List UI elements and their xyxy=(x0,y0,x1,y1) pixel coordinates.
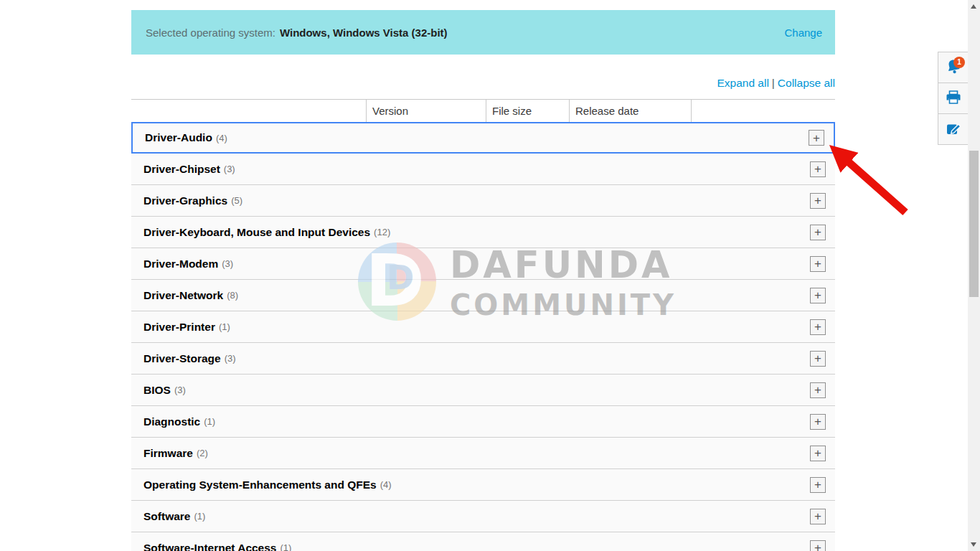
expand-row-button[interactable]: + xyxy=(810,319,826,335)
expand-row-button[interactable]: + xyxy=(810,193,826,209)
print-button[interactable] xyxy=(938,83,969,114)
expand-row-button[interactable]: + xyxy=(810,382,826,398)
category-label: Operating System-Enhancements and QFEs xyxy=(143,479,377,491)
driver-category-row[interactable]: Driver-Modem (3) + xyxy=(131,248,835,280)
notification-badge: 1 xyxy=(953,57,965,68)
os-banner-label: Selected operating system: xyxy=(146,27,275,39)
driver-category-row[interactable]: BIOS (3) + xyxy=(131,375,835,406)
driver-category-row[interactable]: Driver-Keyboard, Mouse and Input Devices… xyxy=(131,217,835,248)
category-label: Software xyxy=(143,510,190,523)
driver-category-row[interactable]: Software-Internet Access (1) + xyxy=(131,532,835,551)
category-label: Software-Internet Access xyxy=(143,542,277,551)
category-label: Driver-Storage xyxy=(143,352,221,365)
category-label: Firmware xyxy=(143,447,193,460)
driver-category-row[interactable]: Driver-Graphics (5) + xyxy=(131,185,835,217)
expand-row-button[interactable]: + xyxy=(810,256,826,272)
expand-row-button[interactable]: + xyxy=(810,414,826,430)
edit-note-icon xyxy=(945,120,962,139)
scrollbar-down-arrow[interactable] xyxy=(971,542,976,547)
expand-row-button[interactable]: + xyxy=(810,288,826,303)
category-count: (1) xyxy=(194,511,205,522)
driver-table-header: Version File size Release date xyxy=(131,99,835,122)
expand-all-link[interactable]: Expand all xyxy=(717,77,768,89)
driver-category-row[interactable]: Firmware (2) + xyxy=(131,438,835,469)
driver-category-row[interactable]: Operating System-Enhancements and QFEs (… xyxy=(131,469,835,501)
driver-category-row[interactable]: Driver-Audio (4) + xyxy=(131,122,835,154)
category-count: (4) xyxy=(216,133,227,143)
header-cell-actions xyxy=(691,100,835,122)
header-cell-version: Version xyxy=(366,100,486,122)
category-count: (12) xyxy=(374,227,390,237)
category-count: (1) xyxy=(281,542,292,551)
category-count: (1) xyxy=(219,321,230,332)
category-label: Driver-Keyboard, Mouse and Input Devices xyxy=(143,226,370,239)
category-count: (3) xyxy=(225,353,236,364)
printer-icon xyxy=(945,89,962,108)
collapse-all-link[interactable]: Collapse all xyxy=(778,77,835,89)
category-label: Driver-Network xyxy=(143,289,223,302)
list-actions: Expand all|Collapse all xyxy=(131,77,835,90)
selected-os-value: Windows, Windows Vista (32-bit) xyxy=(280,27,448,39)
category-label: Driver-Audio xyxy=(145,131,212,144)
category-label: Driver-Graphics xyxy=(143,194,227,207)
category-count: (3) xyxy=(224,164,235,174)
category-label: Diagnostic xyxy=(143,415,200,428)
category-count: (1) xyxy=(204,416,215,427)
category-label: Driver-Chipset xyxy=(143,163,220,176)
category-count: (2) xyxy=(197,448,208,458)
actions-divider: | xyxy=(772,77,775,89)
driver-category-list: Driver-Audio (4) + Driver-Chipset (3) + … xyxy=(131,122,835,551)
category-label: Driver-Printer xyxy=(143,321,215,334)
driver-category-row[interactable]: Driver-Storage (3) + xyxy=(131,343,835,375)
os-selection-banner: Selected operating system: Windows, Wind… xyxy=(131,10,835,55)
header-cell-filesize: File size xyxy=(486,100,569,122)
category-label: BIOS xyxy=(143,384,171,397)
driver-category-row[interactable]: Driver-Chipset (3) + xyxy=(131,154,835,185)
category-label: Driver-Modem xyxy=(143,258,218,270)
scrollbar[interactable] xyxy=(968,0,980,551)
expand-row-button[interactable]: + xyxy=(810,161,826,177)
expand-row-button[interactable]: + xyxy=(810,225,826,240)
expand-row-button[interactable]: + xyxy=(810,351,826,367)
driver-category-row[interactable]: Software (1) + xyxy=(131,501,835,532)
expand-row-button[interactable]: + xyxy=(810,477,826,493)
expand-row-button[interactable]: + xyxy=(809,130,824,146)
category-count: (3) xyxy=(222,258,233,269)
side-toolbar: 1 xyxy=(938,52,969,145)
scrollbar-thumb[interactable] xyxy=(969,151,979,297)
expand-row-button[interactable]: + xyxy=(810,540,826,551)
header-cell-empty xyxy=(131,100,366,122)
category-count: (4) xyxy=(380,479,392,490)
category-count: (3) xyxy=(174,385,186,395)
scrollbar-up-arrow[interactable] xyxy=(971,4,976,9)
edit-button[interactable] xyxy=(938,113,969,145)
driver-category-row[interactable]: Diagnostic (1) + xyxy=(131,406,835,438)
change-os-link[interactable]: Change xyxy=(784,27,822,39)
driver-category-row[interactable]: Driver-Printer (1) + xyxy=(131,311,835,343)
category-count: (5) xyxy=(231,195,242,206)
notifications-button[interactable]: 1 xyxy=(938,52,969,83)
header-cell-releasedate: Release date xyxy=(569,100,691,122)
driver-category-row[interactable]: Driver-Network (8) + xyxy=(131,280,835,311)
expand-row-button[interactable]: + xyxy=(810,446,826,461)
category-count: (8) xyxy=(227,290,238,301)
expand-row-button[interactable]: + xyxy=(810,509,826,524)
